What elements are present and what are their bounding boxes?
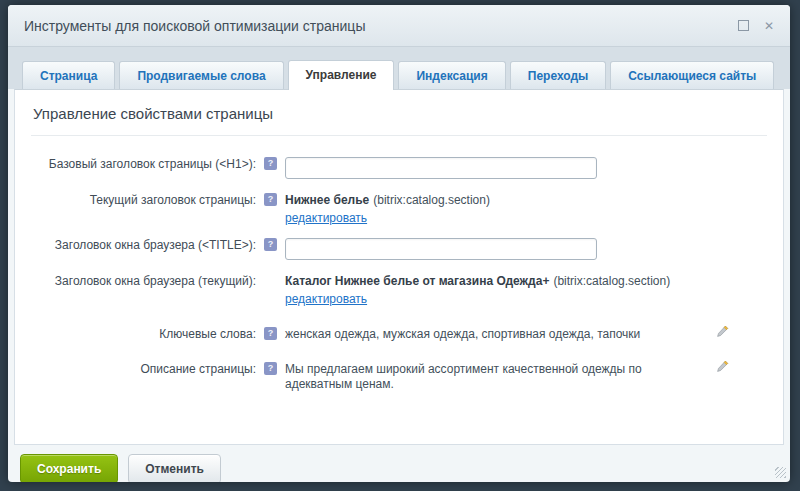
save-button[interactable]: Сохранить	[20, 454, 118, 482]
resize-grip[interactable]	[775, 467, 786, 478]
tab-transitions[interactable]: Переходы	[510, 61, 607, 89]
form-row-browser-title: Заголовок окна браузера (<TITLE>): ?	[31, 234, 767, 260]
description-value: Мы предлагаем широкий ассортимент качест…	[285, 358, 677, 392]
field-label: Заголовок окна браузера (<TITLE>):	[31, 234, 256, 253]
tab-page[interactable]: Страница	[22, 61, 115, 89]
help-icon[interactable]: ?	[264, 157, 277, 170]
field-value	[285, 153, 767, 179]
keywords-value: женская одежда, мужская одежда, спортивн…	[285, 323, 677, 342]
edit-description-button[interactable]	[677, 358, 767, 377]
seo-form: Базовый заголовок страницы (<H1>): ? Тек…	[15, 136, 783, 392]
dialog-footer: Сохранить Отменить	[8, 445, 790, 482]
edit-link[interactable]: редактировать	[285, 211, 367, 226]
field-label: Заголовок окна браузера (текущий):	[31, 270, 256, 289]
dialog-titlebar: Инструменты для поисковой оптимизации ст…	[8, 5, 790, 47]
close-icon[interactable]: ✕	[764, 20, 774, 32]
help-icon[interactable]: ?	[264, 362, 277, 375]
help-icon[interactable]: ?	[264, 193, 277, 206]
tab-content-panel: Управление свойствами страницы Базовый з…	[14, 89, 784, 445]
page-title: Управление свойствами страницы	[15, 90, 783, 135]
window-controls: ✕	[738, 20, 774, 32]
tab-indexing[interactable]: Индексация	[398, 61, 505, 89]
field-value	[285, 234, 767, 260]
value-bold: Нижнее белье	[285, 193, 369, 207]
edit-keywords-button[interactable]	[677, 323, 767, 342]
tab-promoted-words[interactable]: Продвигаемые слова	[119, 61, 283, 89]
dialog-title: Инструменты для поисковой оптимизации ст…	[24, 18, 365, 34]
form-row-current-browser-title: Заголовок окна браузера (текущий): Катал…	[31, 270, 767, 307]
edit-pencil-icon	[716, 325, 729, 339]
form-row-current-title: Текущий заголовок страницы: ? Нижнее бел…	[31, 189, 767, 226]
edit-pencil-icon	[716, 360, 729, 374]
maximize-icon[interactable]	[738, 20, 749, 31]
seo-tools-dialog: Инструменты для поисковой оптимизации ст…	[8, 5, 790, 482]
value-suffix: (bitrix:catalog.section)	[373, 193, 490, 207]
form-row-keywords: Ключевые слова: ? женская одежда, мужска…	[31, 323, 767, 342]
current-title-value: Нижнее белье(bitrix:catalog.section)	[285, 193, 767, 208]
field-label: Базовый заголовок страницы (<H1>):	[31, 153, 256, 172]
tab-bar: Страница Продвигаемые слова Управление И…	[8, 47, 790, 89]
help-icon[interactable]: ?	[264, 238, 277, 251]
base-h1-input[interactable]	[285, 157, 597, 179]
value-suffix: (bitrix:catalog.section)	[553, 274, 670, 288]
form-row-base-h1: Базовый заголовок страницы (<H1>): ?	[31, 153, 767, 179]
help-icon[interactable]: ?	[264, 327, 277, 340]
tab-referring-sites[interactable]: Ссылающиеся сайты	[610, 61, 774, 89]
tab-management[interactable]: Управление	[288, 60, 395, 90]
field-value: Каталог Нижнее белье от магазина Одежда+…	[285, 270, 767, 307]
help-spacer	[264, 274, 277, 287]
value-bold: Каталог Нижнее белье от магазина Одежда+	[285, 274, 549, 288]
browser-title-input[interactable]	[285, 238, 597, 260]
field-label: Текущий заголовок страницы:	[31, 189, 256, 208]
current-browser-title-value: Каталог Нижнее белье от магазина Одежда+…	[285, 274, 767, 289]
field-label: Ключевые слова:	[31, 323, 256, 342]
field-value: Нижнее белье(bitrix:catalog.section) ред…	[285, 189, 767, 226]
cancel-button[interactable]: Отменить	[128, 454, 221, 482]
edit-link[interactable]: редактировать	[285, 292, 367, 307]
field-label: Описание страницы:	[31, 358, 256, 377]
form-row-description: Описание страницы: ? Мы предлагаем широк…	[31, 358, 767, 392]
